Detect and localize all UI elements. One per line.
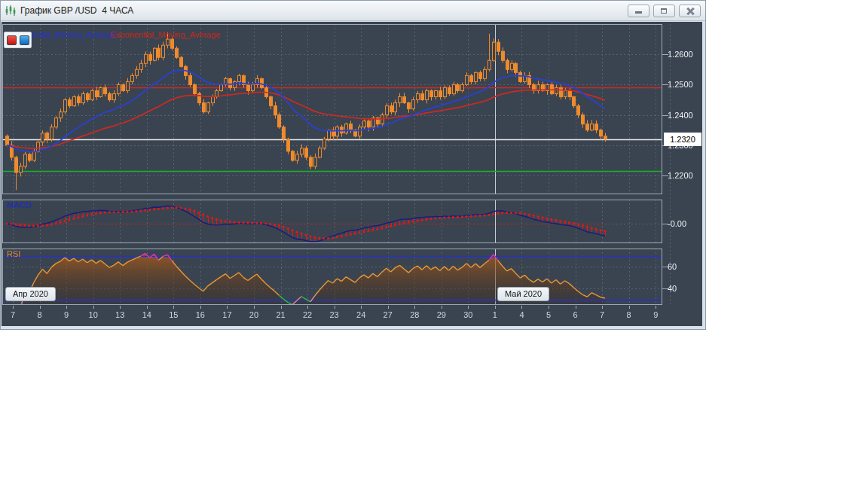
x-axis-label: 23 [325,310,344,319]
x-axis-label: 27 [378,310,398,319]
window-titlebar[interactable]: График GBP /USD 4 ЧАСА [1,1,705,21]
macd-panel-label: MACD [7,200,32,210]
x-axis-label: 1 [485,310,505,319]
chart-icon [5,5,17,17]
minimize-button[interactable] [628,5,649,17]
close-button[interactable] [679,5,701,17]
indicator-toolbar [4,32,32,48]
x-axis-label: 17 [217,310,237,319]
price-axis-label: 1.2400 [668,111,693,120]
indicator-button-blue[interactable] [20,35,29,45]
rsi-panel-label: RSI [7,249,20,259]
price-axis-label: 1.2500 [668,80,693,89]
x-axis-label: 22 [298,310,317,319]
window-title: График GBP /USD 4 ЧАСА [20,5,133,16]
x-axis-label: 16 [191,310,210,319]
macd-axis-label: -0.00 [668,219,686,228]
x-axis-label: 7 [592,310,612,319]
chart-client-area: Exponential_Moving_Average Exponential_M… [2,22,702,326]
x-axis-label: 29 [432,310,451,319]
window-controls [628,5,701,17]
indicator-button-red[interactable] [7,35,17,45]
x-axis-label: 24 [351,310,371,319]
x-axis-label: 8 [619,310,639,319]
price-axis-label: 1.2600 [668,50,693,59]
x-axis-label: 10 [84,310,103,319]
close-icon [686,8,694,15]
maximize-button[interactable] [653,5,675,17]
x-axis-label: 8 [30,310,50,319]
x-axis-label: 9 [57,310,76,319]
x-axis-label: 13 [110,310,130,319]
chart-canvas[interactable] [2,22,702,326]
x-axis-label: 9 [646,310,665,319]
legend-ema-slow: Exponential_Moving_Average [111,30,221,40]
x-axis-label: 5 [539,310,558,319]
x-axis-label: 6 [566,310,585,319]
rsi-axis-label: 60 [668,262,677,271]
x-axis-label: 28 [405,310,424,319]
x-axis-label: 14 [137,310,157,319]
x-axis-label: 4 [512,310,531,319]
x-axis-label: 30 [458,310,478,319]
date-marker-april: Апр 2020 [5,287,56,301]
x-axis-label: 20 [244,310,264,319]
chart-window: График GBP /USD 4 ЧАСА Exponential_Movin… [0,0,706,330]
date-marker-may: Май 2020 [497,287,549,301]
x-axis-label: 21 [271,310,291,319]
x-axis-label: 15 [164,310,183,319]
price-axis-label: 1.2200 [668,171,693,180]
x-axis-label: 7 [3,310,23,319]
restore-icon [661,8,667,14]
rsi-axis-label: 40 [668,284,677,293]
current-price-box: 1.2320 [664,133,701,146]
minimize-icon [635,11,642,14]
